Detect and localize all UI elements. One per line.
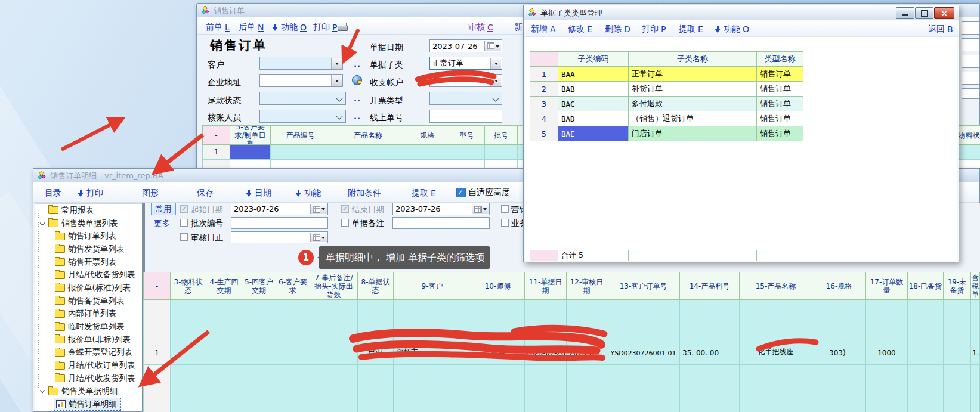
annotation-layer: 1 单据明细中， 增加 单据子类的筛选项 bbox=[0, 0, 980, 412]
annotation-tooltip: 单据明细中， 增加 单据子类的筛选项 bbox=[319, 246, 490, 269]
annotation-number-badge: 1 bbox=[298, 250, 314, 265]
screenshot-root: 销售订单 前单L 后单N 功能O 打印P 审核C 新增A 销售订单 客户 .. … bbox=[0, 0, 980, 412]
